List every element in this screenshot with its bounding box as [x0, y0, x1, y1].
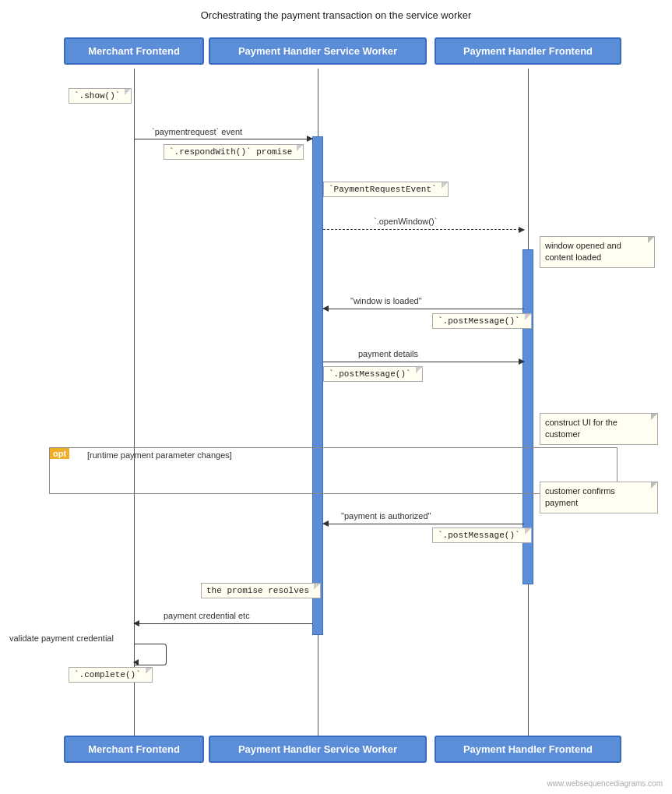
note-postMessage2: `.postMessage()` — [323, 366, 423, 382]
arrow-payment-details — [323, 362, 524, 362]
arrow-openWindow — [323, 229, 524, 230]
diagram-container: Orchestrating the payment transaction on… — [0, 0, 672, 794]
note-PaymentRequestEvent: `PaymentRequestEvent` — [323, 182, 449, 197]
label-paymentrequest: `paymentrequest` event — [152, 127, 242, 136]
label-payment-authorized: "payment is authorized" — [341, 511, 431, 521]
arrow-payment-authorized — [323, 524, 524, 524]
note-window-opened: window opened and content loaded — [540, 236, 655, 268]
actor-payment-frontend-top: Payment Handler Frontend — [435, 37, 621, 65]
note-postMessage1: `.postMessage()` — [432, 313, 532, 329]
note-construct-ui: construct UI for the customer — [540, 413, 658, 445]
label-window-loaded: "window is loaded" — [350, 296, 422, 305]
label-validate-credential: validate payment credential — [9, 633, 114, 643]
actor-payment-frontend-bottom: Payment Handler Frontend — [435, 736, 621, 763]
note-promise-resolves: the promise resolves — [201, 583, 321, 598]
arrow-payment-credential — [134, 623, 312, 624]
note-respondWith: `.respondWith()` promise — [164, 144, 304, 160]
opt-condition: [runtime payment parameter changes] — [87, 450, 232, 460]
self-arrow-validate — [134, 644, 167, 665]
diagram-title: Orchestrating the payment transaction on… — [0, 0, 672, 27]
note-show: `.show()` — [69, 88, 132, 104]
arrow-window-loaded — [323, 309, 524, 309]
label-payment-credential: payment credential etc — [164, 611, 250, 620]
label-payment-details: payment details — [358, 349, 418, 358]
label-openWindow: `.openWindow()` — [374, 217, 437, 226]
active-bar-service-worker — [312, 136, 323, 635]
actor-service-worker-top: Payment Handler Service Worker — [209, 37, 427, 65]
opt-box: opt [runtime payment parameter changes] — [49, 447, 617, 494]
actor-service-worker-bottom: Payment Handler Service Worker — [209, 736, 427, 763]
opt-label: opt — [50, 448, 69, 459]
actor-merchant-bottom: Merchant Frontend — [64, 736, 204, 763]
note-postMessage3: `.postMessage()` — [432, 528, 532, 543]
note-customer-confirms: customer confirms payment — [540, 482, 658, 513]
actor-merchant-top: Merchant Frontend — [64, 37, 204, 65]
arrow-paymentrequest — [134, 139, 312, 139]
watermark: www.websequencediagrams.com — [547, 779, 663, 788]
note-complete: `.complete()` — [69, 667, 153, 683]
